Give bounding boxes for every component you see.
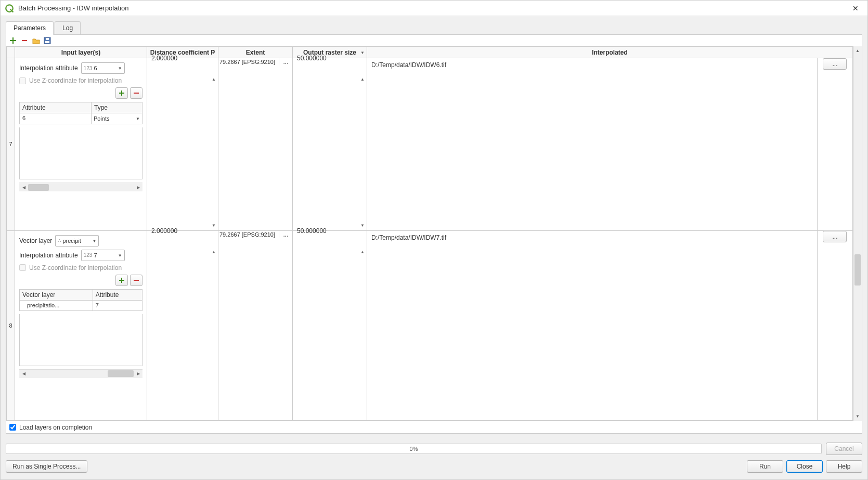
inner-vec-cell[interactable]: precipitatio... bbox=[20, 300, 93, 310]
scroll-up-icon[interactable]: ▲ bbox=[853, 46, 862, 55]
load-layers-label: Load layers on completion bbox=[19, 424, 92, 431]
use-z-row: Use Z-coordinate for interpolation bbox=[19, 77, 142, 84]
run-button[interactable]: Run bbox=[747, 460, 783, 473]
interp-attr-combo[interactable]: 1237▼ bbox=[81, 250, 125, 261]
spin-up-icon[interactable]: ▲ bbox=[358, 248, 367, 256]
interp-attr-combo[interactable]: 1236▼ bbox=[81, 62, 125, 74]
hscroll-left-icon[interactable]: ◀ bbox=[19, 183, 28, 192]
output-cell[interactable]: D:/Temp/data/IDW/IDW7.tif bbox=[367, 230, 818, 420]
distance-cell[interactable]: 2.000000▲▼ bbox=[147, 58, 218, 231]
extent-browse-button[interactable]: ... bbox=[279, 58, 292, 66]
hscroll-right-icon[interactable]: ▶ bbox=[134, 183, 142, 192]
batch-grid: Input layer(s) Distance coefficient P Ex… bbox=[6, 46, 853, 421]
inner-hscroll[interactable]: ◀▶ bbox=[19, 369, 142, 378]
inner-type-combo[interactable]: Points▼ bbox=[92, 113, 142, 124]
save-icon[interactable] bbox=[43, 36, 52, 45]
progress-row: 0% Cancel bbox=[6, 442, 862, 456]
spin-down-icon[interactable]: ▼ bbox=[358, 48, 367, 57]
inner-attr-cell[interactable]: 6 bbox=[20, 113, 92, 124]
close-icon[interactable]: ✕ bbox=[848, 1, 863, 16]
extent-cell: 79.2667 [EPSG:9210]... bbox=[218, 230, 293, 420]
window: Batch Processing - IDW interpolation ✕ P… bbox=[0, 0, 868, 480]
inner-vec-header: Vector layer bbox=[20, 289, 93, 300]
progress-bar: 0% bbox=[6, 444, 822, 454]
use-z-row: Use Z-coordinate for interpolation bbox=[19, 264, 142, 271]
grid-wrap: Input layer(s) Distance coefficient P Ex… bbox=[6, 46, 862, 421]
remove-attr-button[interactable] bbox=[130, 275, 142, 286]
qgis-icon bbox=[5, 4, 14, 13]
inner-table: Vector layerAttributeprecipitatio...7 bbox=[19, 289, 142, 311]
spin-down-icon[interactable]: ▼ bbox=[210, 48, 218, 57]
content-area: Parameters Log bbox=[1, 16, 867, 479]
inner-type-cell: Points▼ bbox=[91, 113, 142, 124]
output-browse-cell: ... bbox=[817, 230, 852, 420]
inner-hscroll[interactable]: ◀▶ bbox=[19, 183, 142, 191]
toolbar bbox=[6, 35, 862, 46]
use-z-label: Use Z-coordinate for interpolation bbox=[29, 264, 122, 271]
output-browse-cell: ... bbox=[817, 58, 852, 231]
hscroll-left-icon[interactable]: ◀ bbox=[19, 369, 28, 378]
help-button[interactable]: Help bbox=[826, 460, 862, 473]
inner-attr-header: Attribute bbox=[20, 102, 92, 113]
extent-value[interactable]: 79.2667 [EPSG:9210] bbox=[218, 58, 279, 66]
row-number: 7 bbox=[7, 58, 15, 231]
titlebar: Batch Processing - IDW interpolation ✕ bbox=[1, 1, 867, 16]
svg-rect-3 bbox=[46, 38, 49, 40]
scroll-down-icon[interactable]: ▼ bbox=[853, 412, 862, 421]
inner-blank-area bbox=[19, 314, 142, 366]
hscroll-right-icon[interactable]: ▶ bbox=[134, 369, 142, 378]
tab-bar: Parameters Log bbox=[6, 21, 862, 35]
extent-cell: 79.2667 [EPSG:9210]... bbox=[218, 58, 293, 231]
output-browse-button[interactable]: ... bbox=[823, 231, 847, 242]
use-z-checkbox[interactable] bbox=[19, 77, 26, 84]
tab-parameters[interactable]: Parameters bbox=[6, 21, 54, 35]
load-layers-checkbox[interactable] bbox=[9, 424, 16, 431]
svg-rect-2 bbox=[45, 41, 49, 43]
extent-browse-button[interactable]: ... bbox=[279, 231, 292, 238]
output-browse-button[interactable]: ... bbox=[823, 58, 847, 70]
col-interpolated[interactable]: Interpolated bbox=[367, 47, 853, 58]
open-icon[interactable] bbox=[31, 36, 41, 45]
extent-value[interactable]: 79.2667 [EPSG:9210] bbox=[218, 231, 279, 238]
inner-table: AttributeType6Points▼ bbox=[19, 102, 142, 124]
window-title: Batch Processing - IDW interpolation bbox=[18, 4, 848, 12]
col-rownum bbox=[7, 47, 15, 58]
interp-attr-label: Interpolation attribute bbox=[19, 64, 78, 72]
col-extent[interactable]: Extent bbox=[218, 47, 293, 58]
raster-size-cell[interactable]: 50.000000▲▼ bbox=[293, 230, 367, 420]
cancel-button[interactable]: Cancel bbox=[826, 443, 862, 455]
tab-log[interactable]: Log bbox=[55, 21, 81, 35]
spin-up-icon[interactable]: ▲ bbox=[210, 75, 218, 84]
inner-type-header: Type bbox=[91, 102, 142, 113]
col-input[interactable]: Input layer(s) bbox=[15, 47, 147, 58]
inner-attr-header: Attribute bbox=[93, 289, 142, 300]
inner-attr-cell[interactable]: 7 bbox=[93, 300, 142, 310]
spin-down-icon[interactable]: ▼ bbox=[358, 221, 367, 230]
bottom-row: Run as Single Process... Run Close Help bbox=[6, 459, 862, 474]
output-cell[interactable]: D:/Temp/data/IDW/IDW6.tif bbox=[367, 58, 818, 231]
spin-up-icon[interactable]: ▲ bbox=[210, 248, 218, 256]
inner-blank-area bbox=[19, 127, 142, 179]
use-z-label: Use Z-coordinate for interpolation bbox=[29, 77, 122, 84]
vector-layer-label: Vector layer bbox=[19, 237, 52, 244]
scroll-thumb[interactable] bbox=[854, 254, 861, 286]
row-number: 8 bbox=[7, 230, 15, 420]
close-button[interactable]: Close bbox=[786, 460, 823, 473]
interp-attr-label: Interpolation attribute bbox=[19, 252, 78, 259]
remove-row-icon[interactable] bbox=[20, 36, 29, 45]
input-cell: Interpolation attribute1236▼ Use Z-coord… bbox=[15, 58, 147, 231]
spin-down-icon[interactable]: ▼ bbox=[210, 221, 218, 230]
grid-vscroll[interactable]: ▲ ▼ bbox=[853, 46, 862, 421]
load-layers-row: Load layers on completion bbox=[6, 421, 862, 433]
add-attr-button[interactable] bbox=[115, 87, 128, 99]
run-single-button[interactable]: Run as Single Process... bbox=[6, 460, 87, 473]
tab-body: Input layer(s) Distance coefficient P Ex… bbox=[6, 34, 862, 434]
use-z-checkbox[interactable] bbox=[19, 264, 26, 271]
add-row-icon[interactable] bbox=[8, 36, 18, 45]
remove-attr-button[interactable] bbox=[130, 87, 142, 99]
add-attr-button[interactable] bbox=[115, 275, 128, 286]
vector-layer-combo[interactable]: ∴precipit▼ bbox=[55, 235, 99, 247]
spin-up-icon[interactable]: ▲ bbox=[358, 75, 367, 84]
distance-cell[interactable]: 2.000000▲▼ bbox=[147, 230, 218, 420]
raster-size-cell[interactable]: 50.000000▲▼ bbox=[293, 58, 367, 231]
